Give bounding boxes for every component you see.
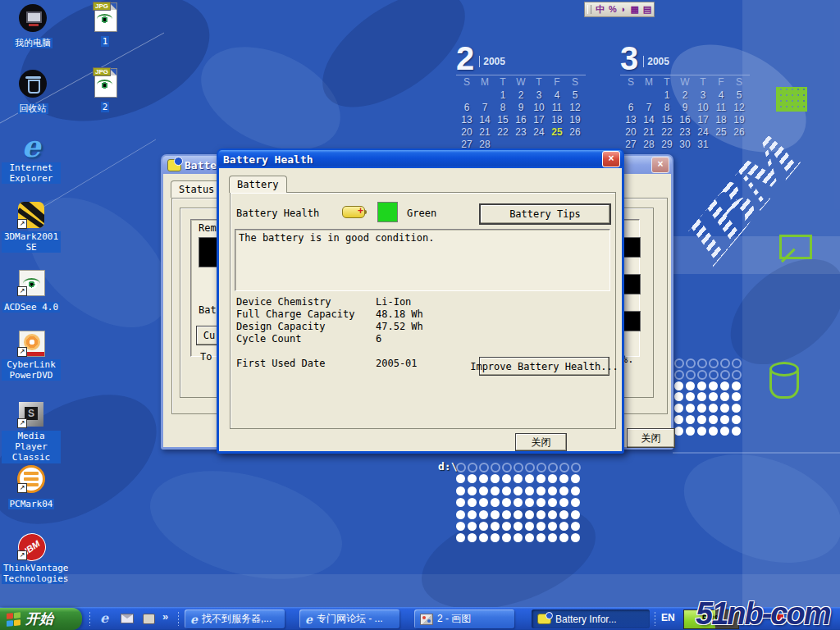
jpg-file-2-label: 2 [101, 102, 110, 112]
wallpaper-dot [468, 463, 477, 472]
calendar-date: 4 [712, 89, 730, 102]
calendar-header: 32005 [620, 44, 750, 72]
database-cylinder-icon [769, 366, 799, 399]
3dmark2001-se-label: 3DMark2001 SE [2, 231, 61, 253]
recycle-bin[interactable]: 回收站 [3, 69, 62, 115]
close-icon[interactable] [602, 151, 620, 167]
wallpaper-dot [491, 486, 500, 495]
ime-icon-1[interactable]: % [609, 3, 617, 16]
wallpaper-dot [674, 404, 683, 413]
wallpaper-dot [502, 498, 511, 507]
battery-health-window[interactable]: Battery Health Battery Battery Health Gr… [217, 148, 624, 454]
ime-language-bar[interactable]: 中%◗▦▤ [584, 2, 655, 17]
calendar-date [712, 139, 730, 151]
wallpaper-dot [674, 370, 684, 380]
calendar-day-header: T [694, 76, 712, 89]
condition-textbox[interactable]: The battery is in good condition. [235, 229, 610, 291]
wallpaper-dot [491, 533, 500, 542]
wallpaper-dot [709, 370, 719, 380]
ime-icon-2[interactable]: ◗ [621, 3, 627, 16]
wallpaper-dot [674, 392, 683, 401]
wallpaper-dot [525, 486, 534, 495]
my-computer[interactable]: 我的电脑 [3, 3, 62, 49]
wallpaper-dot [720, 370, 730, 380]
calendar-3-2005: 32005SMTWTFS1234567891011121314151617181… [620, 44, 750, 151]
wallpaper-dot [479, 486, 488, 495]
improve-battery-health-button[interactable]: Improve Battery Health... [479, 357, 609, 376]
taskbar-task-2[interactable]: 2 - 画图 [414, 609, 514, 628]
health-swatch [377, 202, 398, 222]
calendar-date: 7 [640, 102, 658, 114]
wallpaper-dot [709, 358, 719, 368]
wallpaper-dot [456, 498, 465, 507]
wallpaper-dot [502, 533, 511, 542]
calendar-separator [456, 75, 586, 75]
wallpaper-dot [514, 498, 523, 507]
ime-icon-3[interactable]: ▦ [630, 3, 638, 16]
wallpaper-dot [536, 463, 546, 472]
calendar-separator [620, 75, 750, 75]
wallpaper-dot [502, 474, 511, 483]
ime-handle [587, 5, 591, 14]
language-indicator[interactable]: EN [661, 612, 675, 623]
calendar-date: 26 [566, 126, 584, 139]
tab-battery[interactable]: Battery [229, 176, 287, 193]
close-button-bg[interactable]: 关闭 [627, 428, 675, 448]
quick-launch-overflow-chevron[interactable]: » [162, 610, 168, 623]
battery-health-title: Battery Health [223, 153, 313, 166]
taskbar-task-1[interactable]: e专门网论坛 - ... [299, 609, 399, 628]
quick-launch-ie-icon[interactable]: e [97, 611, 112, 626]
wallpaper-dot [525, 522, 534, 531]
internet-explorer[interactable]: eInternet Explorer [2, 131, 61, 185]
tab-status[interactable]: Status [171, 180, 222, 198]
wallpaper-dot [491, 498, 500, 507]
calendar-date: 5 [566, 89, 584, 102]
taskbar-task-3[interactable]: Battery Infor... [532, 609, 650, 628]
media-player-classic[interactable]: SMedia Player Classic [2, 399, 61, 463]
wallpaper-dot [571, 510, 580, 519]
wallpaper-dot [732, 427, 741, 436]
calendar-date: 18 [712, 114, 730, 126]
start-button[interactable]: 开始 [0, 608, 82, 630]
quick-launch-mail-icon[interactable] [120, 611, 135, 626]
wallpaper-dot [456, 463, 466, 472]
jpg-file-1[interactable]: JPG1 [75, 2, 135, 48]
cyberlink-powerdvd[interactable]: CyberLink PowerDVD [2, 328, 61, 381]
calendar-date: 30 [676, 139, 694, 151]
battery-tips-button[interactable]: Battery Tips [479, 203, 611, 225]
wallpaper-dot [732, 392, 741, 401]
jpg-file-2[interactable]: JPG2 [75, 67, 135, 113]
wallpaper-dot [686, 370, 696, 380]
drive-label: d:\ [438, 460, 457, 472]
wallpaper-dot [479, 510, 488, 519]
wallpaper-dot [720, 427, 729, 436]
3dmark2001-se[interactable]: 3DMark2001 SE [2, 200, 61, 253]
calendar-date [622, 89, 640, 102]
ime-icon-4[interactable]: ▤ [643, 3, 651, 16]
wallpaper-dot [559, 486, 568, 495]
calendar-year: 2005 [479, 56, 505, 67]
quick-launch-show-desktop-icon[interactable] [141, 611, 156, 626]
wallpaper-dot [502, 486, 511, 495]
wallpaper-dot [571, 533, 580, 542]
battery-health-titlebar[interactable]: Battery Health [218, 150, 623, 168]
wallpaper-dot [732, 404, 741, 413]
windows-flag-icon [7, 612, 21, 627]
internet-explorer-label: Internet Explorer [2, 162, 61, 184]
close-button[interactable]: 关闭 [515, 433, 567, 451]
close-icon[interactable] [651, 157, 669, 173]
ime-icon-0[interactable]: 中 [596, 3, 605, 16]
calendar-day-header: T [658, 76, 676, 89]
calendar-day-header: S [566, 76, 584, 89]
cyberlink-powerdvd-label: CyberLink PowerDVD [2, 359, 61, 381]
wallpaper-dot [536, 474, 546, 483]
wallpaper-dot [559, 463, 569, 472]
thinkvantage-technologies[interactable]: IBMThinkVantage Technologies [2, 532, 61, 585]
acdsee-40[interactable]: ACDSee 4.0 [2, 267, 61, 313]
taskbar-task-0[interactable]: e找不到服务器,... [185, 609, 285, 628]
pcmark04[interactable]: PCMark04 [2, 464, 61, 510]
wallpaper-dot [697, 370, 707, 380]
wallpaper-dot [456, 510, 465, 519]
wallpaper-dot [491, 463, 500, 472]
wallpaper-dot [709, 381, 718, 390]
